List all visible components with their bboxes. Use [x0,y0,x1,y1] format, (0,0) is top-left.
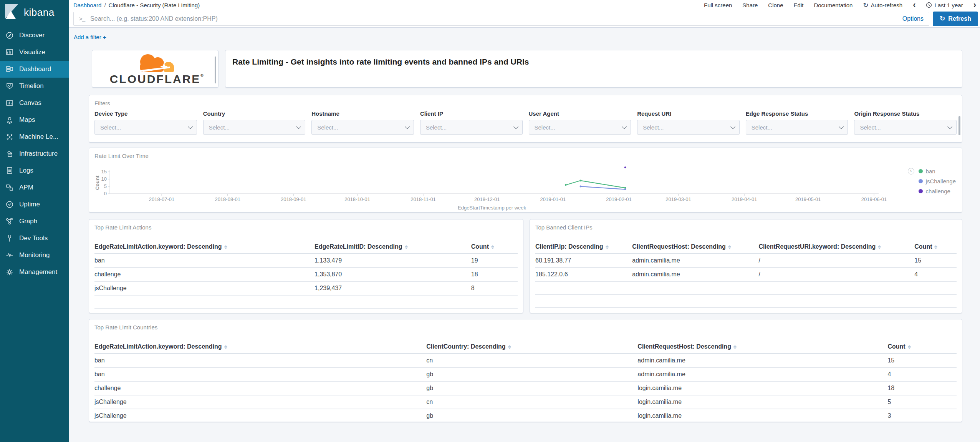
sort-icon[interactable] [491,244,494,251]
table-row: challengegblogin.camilia.me18 [94,381,957,395]
column-header[interactable]: EdgeRateLimitAction.keyword: Descending [94,341,426,354]
search-input[interactable] [90,15,902,22]
column-header[interactable]: ClientRequestURI.keyword: Descending [758,241,914,254]
sidebar-item-infrastructure[interactable]: Infrastructure [0,145,69,162]
table-row: 60.191.38.77admin.camilia.me/15 [535,254,957,268]
sidebar-item-machine-le[interactable]: Machine Le... [0,128,69,145]
panel-filters: Filters Device TypeSelect...CountrySelec… [89,95,962,143]
select-placeholder: Select... [100,124,121,131]
canvas-frame-icon [5,99,14,107]
svg-text:2019-06-01: 2019-06-01 [861,196,887,202]
column-header[interactable]: Count [471,241,518,254]
column-header[interactable]: EdgeRateLimitID: Descending [315,241,471,254]
sidebar-item-label: Dev Tools [19,234,48,242]
refresh-icon: ↻ [940,15,945,22]
refresh-button[interactable]: ↻ Refresh [933,12,978,26]
full-screen-button[interactable]: Full screen [704,2,732,8]
sidebar-item-graph[interactable]: Graph [0,213,69,230]
filter-select[interactable]: Select... [420,120,523,135]
sort-icon[interactable] [733,344,737,351]
column-header[interactable]: ClientIP.ip: Descending [535,241,632,254]
column-header[interactable]: ClientRequestHost: Descending [637,341,887,354]
chevron-down-icon [188,124,193,129]
time-back-chevron-icon[interactable]: ‹ [913,1,915,9]
sort-icon[interactable] [728,244,731,251]
sort-icon[interactable] [934,244,937,251]
chevron-down-icon [405,124,410,129]
sidebar-item-visualize[interactable]: Visualize [0,44,69,61]
auto-refresh-button[interactable]: ↻ Auto-refresh [863,2,902,8]
options-link[interactable]: Options [902,15,924,22]
sidebar-item-monitoring[interactable]: Monitoring [0,247,69,264]
sidebar-item-timelion[interactable]: Timelion [0,78,69,95]
sort-icon[interactable] [878,244,881,251]
filter-request-uri: Request URISelect... [637,110,740,135]
clone-button[interactable]: Clone [768,2,783,8]
sidebar-item-uptime[interactable]: Uptime [0,196,69,213]
sidebar-item-dev-tools[interactable]: Dev Tools [0,230,69,247]
sidebar-item-label: Maps [19,116,35,124]
legend-toggle-chevron-icon[interactable]: › [908,168,914,174]
time-range-picker[interactable]: Last 1 year [926,2,963,8]
legend-item-challenge[interactable]: challenge [919,188,956,194]
filter-select[interactable]: Select... [311,120,414,135]
panel-title: Top Rate Limit Actions [89,219,523,231]
legend-item-ban[interactable]: ban [919,168,956,174]
sidebar-item-discover[interactable]: Discover [0,27,69,44]
column-header[interactable]: ClientRequestHost: Descending [632,241,758,254]
svg-text:2018-11-01: 2018-11-01 [411,196,436,202]
timelion-shield-icon [5,82,14,90]
sidebar-item-logs[interactable]: Logs [0,162,69,179]
sidebar-item-dashboard[interactable]: Dashboard [0,61,69,78]
legend-item-jschallenge[interactable]: jsChallenge [919,178,956,184]
documentation-button[interactable]: Documentation [814,2,853,8]
sidebar-item-label: Visualize [19,48,45,56]
chevron-down-icon [513,124,518,129]
kibana-logo[interactable]: kibana [0,0,69,24]
rate-limit-chart: 0510152018-07-012018-08-012018-09-012018… [89,148,962,212]
top-nav-bar: Dashboard / Cloudflare - Security (Rate … [69,0,980,10]
column-header[interactable]: Count [887,341,957,354]
filter-select[interactable]: Select... [203,120,306,135]
breadcrumb-dashboard-link[interactable]: Dashboard [73,2,101,8]
sort-icon[interactable] [908,344,911,351]
terminal-prompt-icon: >_ [79,15,85,22]
column-header[interactable]: EdgeRateLimitAction.keyword: Descending [94,241,315,254]
sidebar-item-maps[interactable]: Maps [0,111,69,128]
sidebar-item-apm[interactable]: APM [0,179,69,196]
filter-select[interactable]: Select... [529,120,631,135]
filter-device-type: Device TypeSelect... [94,110,197,135]
share-button[interactable]: Share [742,2,758,8]
sort-icon[interactable] [508,344,511,351]
panel-scrollbar[interactable] [958,116,960,135]
add-filter-button[interactable]: Add a filter + [74,34,106,40]
filter-select[interactable]: Select... [854,120,957,135]
sort-icon[interactable] [405,244,408,251]
sort-icon[interactable] [606,244,609,251]
top-menu: Full screen Share Clone Edit Documentati… [704,1,976,9]
sort-icon[interactable] [224,244,227,251]
sidebar-item-label: Discover [19,32,45,39]
sidebar: kibana DiscoverVisualizeDashboardTimelio… [0,0,69,442]
svg-text:2018-09-01: 2018-09-01 [281,196,306,202]
time-forward-chevron-icon[interactable]: › [973,1,976,9]
sidebar-item-label: Uptime [19,201,40,208]
sort-icon[interactable] [224,344,227,351]
top-rate-limit-countries-table: EdgeRateLimitAction.keyword: DescendingC… [94,341,957,422]
query-bar: >_ Options ↻ Refresh [69,10,980,28]
column-header[interactable]: Count [914,241,957,254]
breadcrumb: Dashboard / Cloudflare - Security (Rate … [73,2,200,8]
filter-select[interactable]: Select... [746,120,848,135]
sidebar-item-canvas[interactable]: Canvas [0,95,69,111]
edit-button[interactable]: Edit [794,2,804,8]
empty-table-row [535,281,957,294]
column-header[interactable]: ClientCountry: Descending [426,341,637,354]
filter-select[interactable]: Select... [637,120,740,135]
panel-scrollbar[interactable] [215,56,216,83]
panel-title: Filters [89,95,962,106]
legend-label: challenge [926,188,950,194]
filter-select[interactable]: Select... [94,120,197,135]
filter-client-ip: Client IPSelect... [420,110,523,135]
select-placeholder: Select... [752,124,772,131]
sidebar-item-management[interactable]: Management [0,264,69,281]
